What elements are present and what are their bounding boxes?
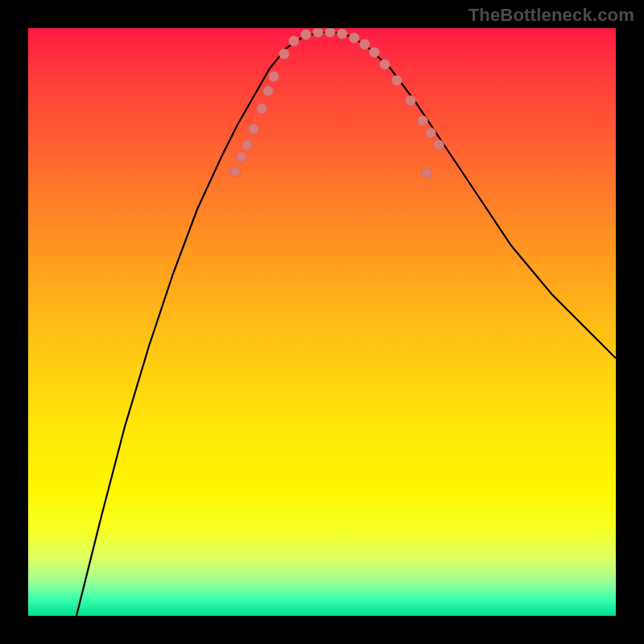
bottleneck-curve — [28, 28, 616, 616]
data-point — [392, 76, 402, 86]
chart-frame: TheBottleneck.com — [0, 0, 644, 644]
data-point — [313, 28, 324, 38]
data-point — [422, 168, 432, 179]
data-point — [369, 47, 380, 58]
data-point — [434, 140, 444, 151]
data-point — [289, 36, 299, 47]
data-point — [279, 49, 290, 60]
data-point — [418, 116, 428, 126]
data-point — [360, 39, 370, 50]
data-point — [349, 33, 360, 43]
data-point — [263, 86, 274, 97]
data-point — [242, 140, 253, 151]
watermark-text: TheBottleneck.com — [469, 5, 634, 26]
data-point — [406, 96, 416, 106]
data-point — [325, 28, 336, 38]
data-point — [337, 29, 348, 39]
marker-group — [230, 28, 444, 179]
data-point — [380, 60, 390, 70]
plot-area — [28, 28, 616, 616]
data-point — [269, 72, 279, 82]
data-point — [426, 128, 436, 138]
curve-path — [76, 32, 616, 616]
data-point — [301, 30, 312, 40]
data-point — [249, 124, 259, 134]
data-point — [230, 167, 241, 177]
data-point — [257, 104, 267, 114]
data-point — [237, 152, 247, 163]
